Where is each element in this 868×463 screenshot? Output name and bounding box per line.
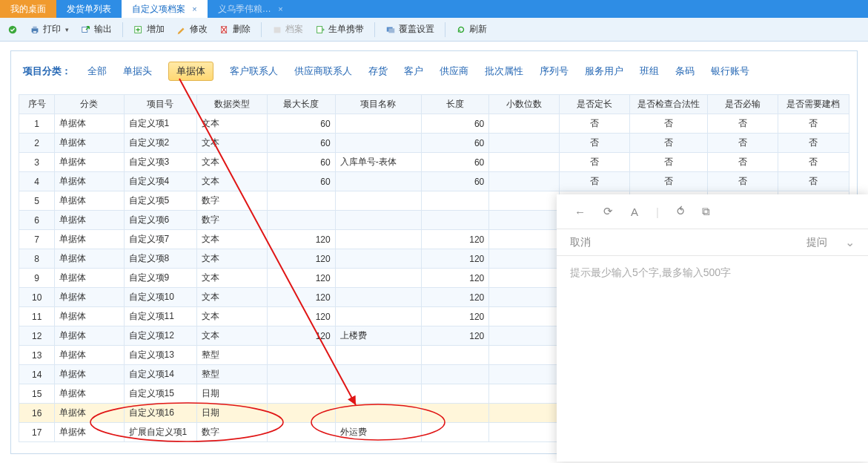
column-header[interactable]: 项目名称 <box>335 95 421 114</box>
cell: 单据体 <box>55 191 124 211</box>
cell: 6 <box>19 211 55 230</box>
column-header[interactable]: 最大长度 <box>268 95 335 114</box>
cell: 文本 <box>197 172 268 191</box>
filter-item-8[interactable]: 批次属性 <box>485 65 523 78</box>
filter-item-11[interactable]: 班组 <box>640 65 659 78</box>
toolbar-separator <box>445 22 445 37</box>
filter-item-7[interactable]: 供应商 <box>440 65 468 78</box>
column-header[interactable]: 是否检查合法性 <box>629 95 707 114</box>
print-button[interactable]: 打印 ▾ <box>24 21 75 38</box>
cell: 自定义项1 <box>124 114 197 134</box>
cell: 单据体 <box>55 326 124 346</box>
cell: 5 <box>19 191 55 211</box>
column-header[interactable]: 是否定长 <box>560 95 630 114</box>
column-header[interactable]: 分类 <box>55 95 124 114</box>
cell: 自定义项4 <box>124 172 197 191</box>
back-arrow-icon[interactable]: ← <box>574 206 586 218</box>
cell: 9 <box>19 269 55 288</box>
open-tabs-bar: 我的桌面 发货单列表 自定义项档案 × 义乌季伟粮… × <box>0 0 868 18</box>
filter-item-9[interactable]: 序列号 <box>540 65 569 78</box>
column-header[interactable]: 是否必输 <box>707 95 778 114</box>
filter-item-13[interactable]: 银行账号 <box>711 65 749 78</box>
filter-item-5[interactable]: 存货 <box>368 65 388 78</box>
toolbar-separator <box>374 22 375 37</box>
cell: 13 <box>19 346 55 365</box>
cell: 自定义项3 <box>124 153 197 172</box>
table-row[interactable]: 3单据体自定义项3文本60入库单号-表体60否否否否 <box>19 153 849 172</box>
filter-item-3[interactable]: 客户联系人 <box>230 65 278 78</box>
archive-icon <box>272 24 282 35</box>
cell <box>268 346 335 365</box>
cell: 日期 <box>197 404 268 423</box>
cell <box>421 365 489 384</box>
refresh-button[interactable]: 刷新 <box>450 21 493 38</box>
filter-item-6[interactable]: 客户 <box>404 65 423 78</box>
svg-rect-10 <box>388 28 394 33</box>
filter-item-12[interactable]: 条码 <box>675 65 695 78</box>
toolbar-checkmark-icon[interactable] <box>7 22 24 37</box>
cell: 单据体 <box>55 384 124 404</box>
cell: 120 <box>421 269 489 288</box>
cell: 60 <box>268 134 335 153</box>
cell <box>489 211 560 230</box>
refresh-icon[interactable]: ⟳ <box>603 205 613 218</box>
export-button[interactable]: 输出 <box>75 21 118 38</box>
delete-button[interactable]: 删除 <box>213 21 256 38</box>
filter-item-4[interactable]: 供应商联系人 <box>294 65 352 78</box>
cell <box>489 114 560 134</box>
print-label: 打印 <box>43 23 61 36</box>
column-header[interactable]: 小数位数 <box>489 95 560 114</box>
cover-button[interactable]: 覆盖设置 <box>380 21 440 38</box>
window-icon[interactable]: ⧉ <box>702 205 710 218</box>
cell <box>489 134 560 153</box>
cell <box>335 346 421 365</box>
cell: 60 <box>268 114 335 134</box>
svg-rect-2 <box>33 26 36 28</box>
cell <box>489 249 560 269</box>
filter-item-1[interactable]: 单据头 <box>123 65 152 78</box>
cell: 自定义项5 <box>124 191 197 211</box>
cell <box>489 172 560 191</box>
table-row[interactable]: 2单据体自定义项2文本6060否否否否 <box>19 134 849 153</box>
tab-custom-item-archive[interactable]: 自定义项档案 × <box>122 0 208 18</box>
cell: 单据体 <box>55 153 124 172</box>
tab-shiplist[interactable]: 发货单列表 <box>56 0 122 18</box>
cell: 17 <box>19 423 55 442</box>
column-header[interactable]: 项目号 <box>124 95 197 114</box>
close-icon[interactable]: × <box>278 4 282 13</box>
cell: 否 <box>629 153 707 172</box>
tab-desktop[interactable]: 我的桌面 <box>0 0 56 18</box>
cell: 否 <box>778 134 849 153</box>
cancel-button[interactable]: 取消 <box>570 236 591 249</box>
filter-item-2[interactable]: 单据体 <box>168 62 213 81</box>
cell: 文本 <box>197 326 268 346</box>
link-icon[interactable]: ⥀ <box>677 205 684 218</box>
column-header[interactable]: 长度 <box>421 95 489 114</box>
cell: 单据体 <box>55 346 124 365</box>
ask-button[interactable]: 提问 <box>806 236 827 249</box>
gen-button[interactable]: 生单携带 <box>309 21 370 38</box>
cell: 14 <box>19 365 55 384</box>
cell: 单据体 <box>55 269 124 288</box>
svg-rect-3 <box>33 30 36 33</box>
cell: 否 <box>629 172 707 191</box>
table-row[interactable]: 1单据体自定义项1文本6060否否否否 <box>19 114 849 134</box>
cell <box>268 423 335 442</box>
close-icon[interactable]: × <box>192 4 196 13</box>
chevron-down-icon[interactable]: ⌄ <box>845 235 855 249</box>
table-row[interactable]: 4单据体自定义项4文本6060否否否否 <box>19 172 849 191</box>
toolbar: 打印 ▾ 输出 增加 修改 删除 档案 生单携带 覆盖设置 刷新 <box>0 18 868 42</box>
filter-item-10[interactable]: 服务用户 <box>585 65 623 78</box>
column-header[interactable]: 是否需要建档 <box>778 95 849 114</box>
cell: 自定义项10 <box>124 288 197 307</box>
add-button[interactable]: 增加 <box>127 21 170 38</box>
tab-yiwu[interactable]: 义乌季伟粮… × <box>208 0 294 18</box>
cell: 12 <box>19 326 55 346</box>
cell: 120 <box>421 249 489 269</box>
font-icon[interactable]: A <box>631 206 638 218</box>
column-header[interactable]: 数据类型 <box>197 95 268 114</box>
edit-button[interactable]: 修改 <box>170 21 213 38</box>
filter-item-0[interactable]: 全部 <box>87 65 107 78</box>
cell: 单据体 <box>55 114 124 134</box>
column-header[interactable]: 序号 <box>19 95 55 114</box>
